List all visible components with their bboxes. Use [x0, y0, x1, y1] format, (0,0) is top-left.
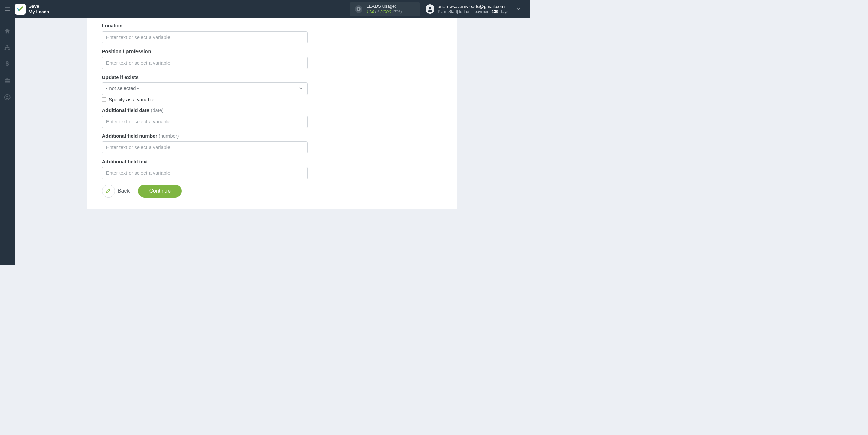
- checkmark-icon: [17, 5, 24, 13]
- sidebar-item-work[interactable]: [0, 75, 15, 86]
- sidebar-item-billing[interactable]: $: [0, 59, 15, 69]
- logo[interactable]: Save My Leads.: [15, 4, 51, 15]
- field-update-if-exists: Update if exists - not selected - Specif…: [102, 75, 308, 102]
- hamburger-icon: [4, 6, 11, 12]
- usage-percent: (7%): [392, 9, 402, 14]
- svg-point-2: [429, 7, 431, 9]
- back-label: Back: [118, 188, 130, 194]
- user-circle-icon: [4, 94, 11, 101]
- lead-mapping-form: Location Position / profession Update if…: [102, 23, 308, 198]
- info-icon: i: [355, 5, 362, 13]
- back-button[interactable]: Back: [102, 185, 130, 198]
- content-area: Location Position / profession Update if…: [15, 18, 530, 266]
- continue-button[interactable]: Continue: [138, 185, 182, 198]
- pencil-icon: [102, 185, 115, 198]
- form-actions: Back Continue: [102, 185, 308, 198]
- additional-date-input[interactable]: [102, 116, 308, 128]
- logo-line1: Save: [28, 4, 51, 9]
- usage-label: LEADS usage:: [366, 4, 402, 9]
- field-additional-number: Additional field number (number): [102, 133, 308, 153]
- dollar-icon: $: [4, 61, 11, 67]
- home-icon: [4, 28, 11, 35]
- briefcase-icon: [4, 77, 11, 84]
- account-dropdown-toggle[interactable]: [512, 3, 525, 16]
- usage-of: of: [375, 9, 379, 14]
- svg-rect-5: [8, 49, 10, 50]
- account-text: andrewsavemyleads@gmail.com Plan |Start|…: [438, 4, 508, 14]
- avatar: [426, 4, 435, 14]
- sidebar: $: [0, 18, 15, 266]
- svg-text:$: $: [6, 61, 9, 67]
- logo-text: Save My Leads.: [28, 4, 51, 14]
- location-label: Location: [102, 23, 308, 28]
- usage-stats: 134 of 2'000 (7%): [366, 9, 402, 14]
- svg-point-8: [7, 96, 8, 97]
- position-input[interactable]: [102, 57, 308, 69]
- usage-text: LEADS usage: 134 of 2'000 (7%): [366, 4, 402, 14]
- svg-rect-4: [5, 49, 6, 50]
- specify-as-variable-row: Specify as a variable: [102, 97, 308, 102]
- additional-number-label: Additional field number (number): [102, 133, 308, 139]
- position-label: Position / profession: [102, 49, 308, 54]
- update-if-exists-select[interactable]: - not selected -: [102, 82, 308, 95]
- logo-mark: [15, 4, 26, 15]
- usage-widget[interactable]: i LEADS usage: 134 of 2'000 (7%): [350, 2, 420, 16]
- form-card: Location Position / profession Update if…: [87, 18, 457, 209]
- user-icon: [427, 6, 433, 12]
- field-additional-text: Additional field text: [102, 159, 308, 179]
- location-input[interactable]: [102, 31, 308, 44]
- field-position: Position / profession: [102, 49, 308, 69]
- sidebar-item-home[interactable]: [0, 26, 15, 37]
- specify-as-variable-label[interactable]: Specify as a variable: [108, 97, 154, 102]
- specify-as-variable-checkbox[interactable]: [102, 97, 106, 102]
- account-plan: Plan |Start| left until payment 139 days: [438, 9, 508, 14]
- usage-max: 2'000: [380, 9, 391, 14]
- topbar: Save My Leads. i LEADS usage: 134 of 2'0…: [0, 0, 530, 18]
- additional-number-input[interactable]: [102, 141, 308, 154]
- logo-line2: My Leads.: [28, 9, 51, 14]
- update-if-exists-label: Update if exists: [102, 75, 308, 80]
- account-email: andrewsavemyleads@gmail.com: [438, 4, 508, 9]
- update-if-exists-value: - not selected -: [106, 86, 139, 91]
- svg-rect-3: [7, 45, 8, 46]
- sidebar-item-profile[interactable]: [0, 92, 15, 103]
- sitemap-icon: [4, 44, 11, 51]
- field-location: Location: [102, 23, 308, 43]
- sidebar-item-connections[interactable]: [0, 42, 15, 53]
- field-additional-date: Additional field date (date): [102, 108, 308, 128]
- additional-date-label: Additional field date (date): [102, 108, 308, 113]
- additional-text-label: Additional field text: [102, 159, 308, 164]
- usage-current: 134: [366, 9, 374, 14]
- chevron-down-icon: [298, 86, 303, 91]
- additional-text-input[interactable]: [102, 167, 308, 180]
- menu-toggle[interactable]: [0, 0, 15, 18]
- chevron-down-icon: [516, 6, 521, 12]
- account-menu[interactable]: andrewsavemyleads@gmail.com Plan |Start|…: [426, 4, 509, 14]
